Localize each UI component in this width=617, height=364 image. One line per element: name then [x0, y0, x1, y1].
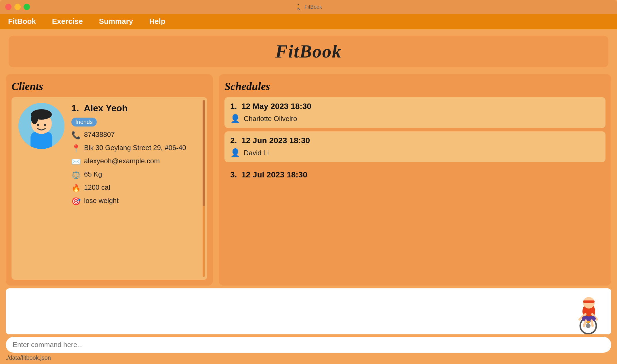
- client-card: 1. Alex Yeoh friends 📞 87438807 📍 Blk 30…: [12, 97, 207, 280]
- svg-point-5: [37, 124, 39, 126]
- schedule-item-3[interactable]: 3. 12 Jul 2023 18:30: [224, 166, 605, 184]
- client-goal: 🎯 lose weight: [71, 197, 200, 206]
- main-content: Clients: [0, 74, 617, 286]
- client-avatar-container: [18, 103, 64, 274]
- location-icon: 📍: [71, 144, 81, 153]
- weight-icon: ⚖️: [71, 170, 81, 179]
- scroll-indicator[interactable]: [203, 100, 205, 277]
- clients-panel: Clients: [6, 74, 213, 286]
- menu-fitbook[interactable]: FitBook: [6, 16, 38, 27]
- phone-icon: 📞: [71, 131, 81, 140]
- target-icon: 🎯: [71, 197, 81, 206]
- app-banner: FitBook: [0, 29, 617, 74]
- svg-line-20: [584, 321, 586, 326]
- close-button[interactable]: [5, 4, 12, 10]
- window-title: 🚶 FitBook: [295, 3, 322, 10]
- window-controls: [5, 4, 30, 10]
- schedules-panel: Schedules 1. 12 May 2023 18:30 👤 Charlot…: [219, 74, 611, 286]
- title-bar: 🚶 FitBook: [0, 0, 617, 14]
- clients-panel-title: Clients: [12, 80, 207, 93]
- minimize-button[interactable]: [14, 4, 21, 10]
- svg-point-8: [586, 323, 591, 328]
- schedules-panel-title: Schedules: [224, 80, 605, 93]
- client-email: ✉️ alexyeoh@example.com: [71, 157, 200, 166]
- maximize-button[interactable]: [24, 4, 30, 10]
- banner-inner: FitBook: [9, 36, 608, 67]
- exercise-mascot: [565, 288, 611, 334]
- menu-summary[interactable]: Summary: [97, 16, 136, 27]
- command-input-row[interactable]: [6, 337, 611, 353]
- output-box: [6, 288, 611, 334]
- schedule-date-1: 1. 12 May 2023 18:30: [230, 102, 600, 111]
- status-bar: ./data/fitbook.json: [0, 353, 617, 364]
- client-tag: friends: [71, 118, 97, 127]
- menu-exercise[interactable]: Exercise: [50, 16, 85, 27]
- app-icon: 🚶: [295, 3, 302, 10]
- fire-icon: 🔥: [71, 184, 81, 193]
- client-icon-1: 👤: [230, 114, 240, 123]
- schedule-client-1: 👤 Charlotte Oliveiro: [230, 114, 600, 123]
- client-phone: 📞 87438807: [71, 131, 200, 140]
- client-icon-2: 👤: [230, 148, 240, 158]
- menu-help[interactable]: Help: [147, 16, 167, 27]
- command-input[interactable]: [13, 341, 604, 349]
- status-text: ./data/fitbook.json: [6, 355, 51, 361]
- svg-point-4: [31, 114, 38, 124]
- client-avatar: [18, 103, 64, 149]
- client-calories: 🔥 1200 cal: [71, 183, 200, 193]
- svg-line-21: [592, 321, 593, 326]
- schedule-client-2: 👤 David Li: [230, 148, 600, 158]
- scroll-thumb: [203, 100, 205, 206]
- app-banner-title: FitBook: [275, 41, 342, 62]
- schedule-item-1[interactable]: 1. 12 May 2023 18:30 👤 Charlotte Oliveir…: [224, 97, 605, 128]
- menu-bar: FitBook Exercise Summary Help: [0, 14, 617, 29]
- schedule-list: 1. 12 May 2023 18:30 👤 Charlotte Oliveir…: [224, 97, 605, 280]
- bottom-area: [0, 286, 617, 353]
- schedule-date-3: 3. 12 Jul 2023 18:30: [230, 170, 600, 179]
- svg-point-6: [44, 124, 46, 126]
- schedule-item-2[interactable]: 2. 12 Jun 2023 18:30 👤 David Li: [224, 131, 605, 162]
- client-info: 1. Alex Yeoh friends 📞 87438807 📍 Blk 30…: [71, 103, 200, 274]
- app-name: FitBook: [304, 4, 322, 10]
- client-weight: ⚖️ 65 Kg: [71, 170, 200, 179]
- svg-rect-15: [583, 300, 595, 303]
- schedule-date-2: 2. 12 Jun 2023 18:30: [230, 136, 600, 145]
- client-address: 📍 Blk 30 Geylang Street 29, #06-40: [71, 144, 200, 153]
- email-icon: ✉️: [71, 157, 81, 166]
- svg-rect-1: [31, 132, 52, 149]
- client-name: 1. Alex Yeoh: [71, 103, 200, 114]
